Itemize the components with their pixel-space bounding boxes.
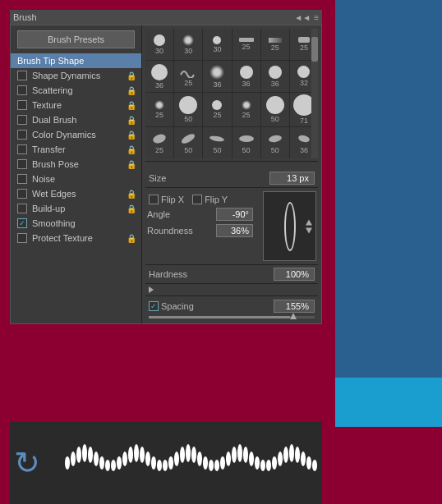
brush-num-12: 32 (300, 79, 308, 87)
brush-thumb-8[interactable]: 25 (174, 61, 202, 92)
svg-point-47 (301, 451, 306, 466)
hardness-value[interactable]: 100% (274, 268, 315, 281)
spacing-checkbox[interactable]: ✓ (149, 301, 159, 311)
checkbox-shape-dynamics[interactable] (17, 71, 27, 80)
circle-brush-3 (213, 36, 221, 44)
brush-thumb-4[interactable]: 25 (233, 29, 260, 60)
panel-body: Brush Presets Brush Tip Shape Shape Dyna… (11, 25, 321, 323)
main-content: 30 30 30 (142, 25, 321, 323)
svg-point-8 (76, 447, 81, 463)
checkbox-scattering[interactable] (17, 85, 27, 95)
brush-thumb-3[interactable]: 30 (203, 29, 231, 60)
svg-point-7 (71, 451, 76, 466)
angle-arrows (306, 219, 312, 233)
checkbox-brush-pose[interactable] (17, 159, 27, 169)
svg-point-14 (111, 460, 116, 471)
brush-thumb-16[interactable]: 25 (233, 93, 260, 126)
checkbox-texture[interactable] (17, 100, 27, 110)
brush-thumb-19[interactable]: 25 (145, 127, 173, 158)
divider-5 (145, 296, 318, 296)
brush-num-4: 25 (242, 43, 251, 51)
sidebar-item-wet-edges[interactable]: Wet Edges 🔒 (11, 186, 141, 201)
brush-thumbnails-grid: 30 30 30 (145, 29, 318, 158)
collapse-icon[interactable]: ◄◄ (294, 13, 311, 22)
svg-point-11 (94, 451, 99, 466)
brush-thumb-10[interactable]: 36 (233, 61, 260, 92)
spacing-slider-fill (149, 316, 290, 318)
sidebar-item-build-up[interactable]: Build-up 🔒 (11, 201, 141, 216)
angle-value[interactable]: -90° (216, 208, 253, 221)
brush-thumb-5[interactable]: 25 (261, 29, 289, 60)
brush-6 (298, 37, 310, 43)
spacing-slider-track[interactable] (149, 316, 315, 318)
sidebar-item-smoothing[interactable]: ✓ Smoothing (11, 216, 141, 231)
brush-thumb-13[interactable]: 25 (145, 93, 173, 126)
scrollbar[interactable] (311, 29, 318, 158)
size-value[interactable]: 13 px (269, 172, 315, 185)
brush-15 (212, 100, 222, 110)
brush-thumb-9[interactable]: 36 (203, 61, 231, 92)
checkbox-transfer[interactable] (17, 144, 27, 154)
svg-point-4 (268, 134, 282, 143)
brush-shape-11 (269, 66, 282, 79)
leaf-brush-20 (179, 132, 197, 145)
checkbox-dual-brush[interactable] (17, 115, 27, 125)
checkbox-smoothing[interactable]: ✓ (17, 218, 27, 228)
sidebar-label-noise: Noise (32, 174, 135, 184)
svg-point-34 (226, 451, 231, 466)
svg-point-49 (312, 460, 317, 471)
checkbox-protect-texture[interactable] (17, 233, 27, 243)
brush-thumb-23[interactable]: 50 (261, 127, 289, 158)
svg-point-24 (168, 456, 173, 470)
brush-thumb-1[interactable]: 30 (145, 29, 173, 60)
checkbox-color-dynamics[interactable] (17, 130, 27, 140)
brush-shape-8 (180, 66, 196, 78)
roundness-value[interactable]: 36% (216, 224, 253, 237)
brush-thumb-14[interactable]: 50 (174, 93, 202, 126)
sidebar-item-dual-brush[interactable]: Dual Brush 🔒 (11, 112, 141, 127)
sidebar-item-scattering[interactable]: Scattering 🔒 (11, 83, 141, 98)
brush-thumb-17[interactable]: 50 (261, 93, 289, 126)
sidebar-item-shape-dynamics[interactable]: Shape Dynamics 🔒 (11, 68, 141, 83)
brush-num-21: 50 (213, 146, 221, 154)
sidebar-item-transfer[interactable]: Transfer 🔒 (11, 142, 141, 157)
brush-thumb-11[interactable]: 36 (261, 61, 289, 92)
sidebar-item-brush-pose[interactable]: Brush Pose 🔒 (11, 157, 141, 172)
sidebar-item-protect-texture[interactable]: Protect Texture 🔒 (11, 231, 141, 245)
brush-presets-button[interactable]: Brush Presets (17, 30, 135, 48)
svg-point-0 (152, 132, 167, 144)
sidebar-label-brush-pose: Brush Pose (32, 159, 135, 169)
sidebar-label-wet-edges: Wet Edges (32, 189, 135, 199)
spacing-value[interactable]: 155% (274, 300, 315, 313)
svg-point-9 (82, 444, 87, 462)
sidebar-item-brush-tip-shape[interactable]: Brush Tip Shape (11, 53, 141, 68)
svg-point-36 (237, 444, 242, 462)
brush-thumb-21[interactable]: 50 (203, 127, 231, 158)
brush-thumb-7[interactable]: 36 (145, 61, 173, 92)
brush-thumb-15[interactable]: 25 (203, 93, 231, 126)
svg-point-31 (209, 460, 214, 471)
size-label-row: Size 13 px (149, 172, 315, 185)
checkbox-build-up[interactable] (17, 204, 27, 213)
brush-7 (151, 64, 168, 80)
brush-thumb-22[interactable]: 50 (233, 127, 260, 158)
lock-shape-dynamics: 🔒 (127, 71, 136, 80)
flip-y-checkbox[interactable] (192, 195, 202, 204)
sidebar-item-texture[interactable]: Texture 🔒 (11, 98, 141, 112)
flip-row: Flip X Flip Y (149, 195, 255, 204)
flip-x-checkbox[interactable] (149, 195, 159, 204)
leaf-brush-24 (296, 132, 312, 145)
scrollbar-thumb[interactable] (311, 37, 318, 62)
brush-thumb-20[interactable]: 50 (174, 127, 202, 158)
sidebar-label-brush-tip-shape: Brush Tip Shape (17, 56, 135, 66)
brush-num-2: 30 (184, 47, 192, 55)
sidebar-item-color-dynamics[interactable]: Color Dynamics 🔒 (11, 127, 141, 142)
spacing-slider-thumb[interactable] (290, 313, 297, 319)
checkbox-wet-edges[interactable] (17, 189, 27, 199)
brush-thumb-2[interactable]: 30 (174, 29, 202, 60)
sidebar-label-smoothing: Smoothing (32, 218, 135, 228)
menu-icon[interactable]: ≡ (314, 13, 319, 22)
lock-dual-brush: 🔒 (127, 116, 136, 125)
checkbox-noise[interactable] (17, 174, 27, 184)
sidebar-item-noise[interactable]: Noise (11, 172, 141, 186)
